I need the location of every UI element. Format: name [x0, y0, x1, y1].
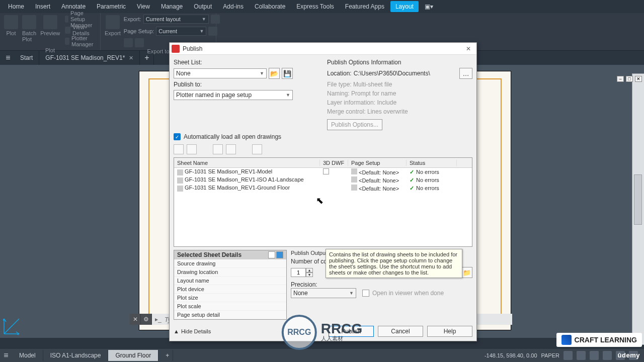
palette-handle[interactable] [634, 174, 642, 225]
copies-input[interactable] [291, 268, 306, 277]
detail-row: Plot size [174, 294, 286, 302]
layout-tab-model[interactable]: Model [12, 350, 43, 361]
view-details-button[interactable]: View Details [63, 25, 98, 35]
close-icon[interactable]: ✕ [129, 55, 133, 61]
layout-tab-iso[interactable]: ISO A1-Landscape [43, 350, 109, 361]
output-folder-button[interactable]: 📁 [461, 267, 472, 278]
tab-manage[interactable]: Manage [156, 1, 188, 12]
publish-output-panel: Publish Output Contains the list of draw… [291, 250, 472, 320]
auto-load-checkbox[interactable]: ✓ Automatically load all open drawings [174, 133, 472, 140]
plot-button[interactable]: Plot [3, 14, 19, 46]
save-sheet-list-button[interactable]: 💾 [282, 68, 293, 79]
dialog-close-button[interactable]: ✕ [462, 44, 474, 54]
status-btn[interactable] [590, 351, 599, 360]
preview-button[interactable]: Preview [39, 14, 61, 46]
check-icon: ✓ [410, 185, 414, 191]
help-button[interactable]: Help [427, 326, 472, 337]
right-palette[interactable]: – □ ✕ [632, 73, 644, 345]
document-tab[interactable]: GF-1031 SE Madison_REV1*✕ [39, 51, 140, 65]
open-sheet-list-button[interactable]: 📂 [269, 68, 280, 79]
table-row[interactable]: GF-1031 SE Madison_REV1-ISO A1-Landscape… [174, 176, 472, 184]
tab-view[interactable]: View [132, 1, 155, 12]
col-sheet-name[interactable]: Sheet Name [174, 160, 320, 166]
publish-dialog: Publish ✕ Sheet List: None▼ 📂 💾 Publish … [169, 42, 477, 341]
remove-sheets-button[interactable] [187, 144, 197, 154]
tab-home[interactable]: Home [3, 1, 29, 12]
table-row[interactable]: GF-1031 SE Madison_REV1-Ground Floor <De… [174, 184, 472, 192]
spin-up-icon[interactable]: ▲ [306, 268, 313, 273]
page-setup-manager-button[interactable]: Page Setup Manager [63, 14, 98, 24]
add-sheets-button[interactable] [174, 144, 184, 154]
dialog-title: Publish [183, 45, 202, 52]
plotter-manager-button[interactable]: Plotter Manager [63, 36, 98, 46]
selected-sheet-details: Selected Sheet Details Source drawing Dr… [174, 250, 287, 320]
col-page-setup[interactable]: Page Setup [348, 160, 407, 166]
precision-dropdown[interactable]: None▼ [291, 288, 356, 298]
tab-featured[interactable]: Featured Apps [340, 1, 389, 12]
tab-addins[interactable]: Add-ins [218, 1, 249, 12]
space-mode[interactable]: PAPER [541, 352, 559, 358]
sheet-icon [177, 186, 183, 192]
start-tab[interactable]: Start [14, 51, 39, 65]
layout-tab-ground[interactable]: Ground Floor [108, 350, 158, 361]
location-value: C:\Users\P3650\Documents\ [354, 70, 430, 77]
col-status[interactable]: Status [407, 160, 457, 166]
col-3d-dwf[interactable]: 3D DWF [320, 160, 348, 166]
details-icon[interactable] [276, 251, 283, 258]
rrcg-watermark: RRCG RRCG人人素材 [282, 315, 362, 350]
tab-parametric[interactable]: Parametric [92, 1, 131, 12]
udemy-watermark: ûdemy [618, 351, 640, 359]
add-layout-button[interactable]: + [158, 350, 173, 361]
open-viewer-checkbox[interactable]: Open in viewer when done [362, 290, 444, 297]
check-icon: ✓ [410, 177, 414, 183]
merge-info: Merge control: Lines overwrite [327, 108, 472, 115]
tab-layout[interactable]: Layout [390, 1, 419, 12]
tab-express[interactable]: Express Tools [291, 1, 339, 12]
cmd-config-icon[interactable]: ⚙ [141, 314, 152, 325]
details-icon[interactable] [268, 251, 275, 258]
new-tab-button[interactable]: + [140, 51, 154, 65]
dialog-titlebar[interactable]: Publish ✕ [170, 43, 476, 55]
cmd-close-icon[interactable]: ✕ [130, 314, 141, 325]
export-button[interactable]: Export [104, 14, 122, 47]
layout-menu-icon[interactable]: ≡ [0, 349, 12, 361]
minimize-icon[interactable]: – [617, 76, 624, 82]
ribbon-tabs: Home Insert Annotate Parametric View Man… [0, 0, 644, 13]
publish-to-dropdown[interactable]: Plotter named in page setup▼ [174, 90, 293, 100]
menu-icon[interactable]: ≡ [2, 52, 14, 64]
tab-extra-icon[interactable]: ▣▾ [420, 1, 438, 12]
copies-spinner[interactable]: ▲▼ [291, 268, 313, 277]
export-select[interactable]: Export:Current layout▼ [124, 14, 220, 24]
status-btn[interactable] [603, 351, 612, 360]
page-setup-select[interactable]: Page Setup:Current▼ [124, 26, 220, 36]
publish-to-label: Publish to: [174, 81, 293, 88]
hide-details-toggle[interactable]: ▲Hide Details [174, 326, 211, 337]
sheet-list-dropdown[interactable]: None▼ [174, 68, 267, 78]
check-icon: ✓ [410, 169, 414, 175]
cancel-button[interactable]: Cancel [378, 326, 423, 337]
tab-collaborate[interactable]: Collaborate [250, 1, 290, 12]
sheet-table[interactable]: Sheet Name 3D DWF Page Setup Status GF-1… [174, 157, 472, 247]
batch-plot-label: BatchPlot [22, 30, 36, 42]
tab-output[interactable]: Output [189, 1, 217, 12]
tab-insert[interactable]: Insert [30, 1, 55, 12]
precision-label: Precision: [291, 281, 317, 288]
location-label: Location: [327, 70, 352, 77]
table-row[interactable]: GF-1031 SE Madison_REV1-Model <Default: … [174, 168, 472, 176]
status-btn[interactable] [564, 351, 573, 360]
detail-row: Page setup detail [174, 311, 286, 319]
status-btn[interactable] [577, 351, 586, 360]
maximize-icon[interactable]: □ [626, 76, 633, 82]
detail-row: Plot scale [174, 302, 286, 311]
move-up-button[interactable] [213, 144, 223, 154]
preview-button[interactable] [252, 144, 262, 154]
location-browse-button[interactable]: … [459, 68, 472, 79]
batch-plot-button[interactable]: BatchPlot [21, 14, 37, 46]
close-panel-icon[interactable]: ✕ [635, 76, 642, 82]
collapse-icon: ▲ [174, 328, 179, 334]
sheet-toolbar [174, 144, 472, 154]
move-down-button[interactable] [226, 144, 236, 154]
spin-down-icon[interactable]: ▼ [306, 273, 313, 277]
publish-options-button[interactable]: Publish Options... [327, 119, 382, 130]
page-setup-icon [351, 185, 357, 191]
